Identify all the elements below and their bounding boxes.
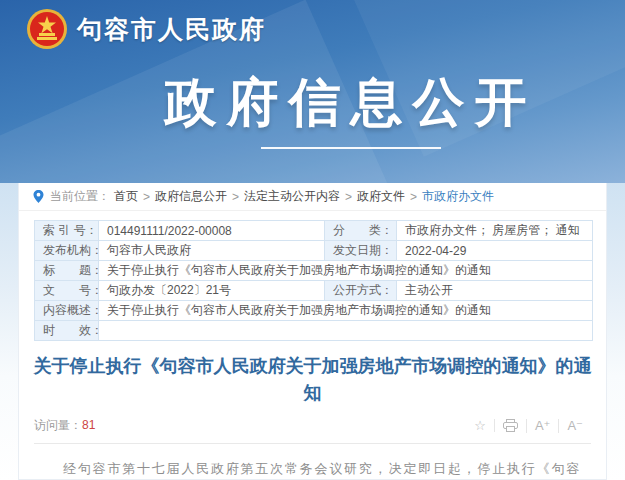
validity-value (99, 321, 593, 341)
visit-count: 81 (82, 418, 95, 432)
breadcrumb-item-home[interactable]: 首页 (114, 188, 138, 205)
breadcrumb-separator: > (143, 190, 150, 204)
banner-title-block: 政府信息公开 (38, 68, 625, 149)
article-meta-row: 访问量：81 ☆ A⁺ A⁻ (34, 417, 591, 434)
issue-date-label: 发文日期： (325, 241, 397, 261)
document-info-table: 索 引 号： 014491111/2022-00008 分 类： 市政府办文件；… (34, 220, 593, 341)
breadcrumb-separator: > (410, 190, 417, 204)
issuer-value: 句容市人民政府 (99, 241, 325, 261)
font-increase-button[interactable]: A⁺ (526, 419, 559, 433)
breadcrumb-label: 当前位置： (50, 188, 110, 205)
national-emblem-icon (26, 8, 68, 50)
content-panel: 当前位置： 首页 > 政府信息公开 > 法定主动公开内容 > 政府文件 > 市政… (18, 183, 607, 480)
summary-label: 内容概述： (35, 301, 99, 321)
banner-title: 政府信息公开 (38, 68, 625, 138)
category-value: 市政府办文件； 房屋房管； 通知 (397, 221, 593, 241)
location-pin-icon (33, 190, 44, 203)
table-row: 时 效： (35, 321, 593, 341)
doc-number-value: 句政办发〔2022〕21号 (99, 281, 325, 301)
banner-title-underline (261, 147, 441, 149)
banner: 句容市人民政府 政府信息公开 (0, 0, 625, 183)
issue-date-value: 2022-04-29 (397, 241, 593, 261)
openness-label: 公开方式： (325, 281, 397, 301)
table-row: 标 题： 关于停止执行《句容市人民政府关于加强房地产市场调控的通知》的通知 (35, 261, 593, 281)
title-label: 标 题： (35, 261, 99, 281)
table-row: 发布机构： 句容市人民政府 发文日期： 2022-04-29 (35, 241, 593, 261)
openness-value: 主动公开 (397, 281, 593, 301)
validity-label: 时 效： (35, 321, 99, 341)
page: 句容市人民政府 政府信息公开 当前位置： 首页 > 政府信息公开 > 法定主动公… (0, 0, 625, 480)
article-toolbar: ☆ A⁺ A⁻ (466, 419, 591, 433)
category-label: 分 类： (325, 221, 397, 241)
page-title: 关于停止执行《句容市人民政府关于加强房地产市场调控的通知》的通知 (33, 353, 592, 407)
divider (34, 443, 591, 444)
document-body-text: 经句容市第十七届人民政府第五次常务会议研究，决定即日起，停止执行《句容市人民政府… (37, 457, 588, 480)
visit-counter-label: 访问量： (34, 418, 82, 432)
table-row: 索 引 号： 014491111/2022-00008 分 类： 市政府办文件；… (35, 221, 593, 241)
index-number-value: 014491111/2022-00008 (99, 221, 325, 241)
breadcrumb-separator: > (232, 190, 239, 204)
visit-counter: 访问量：81 (34, 417, 95, 434)
title-value: 关于停止执行《句容市人民政府关于加强房地产市场调控的通知》的通知 (99, 261, 593, 281)
table-row: 文 号： 句政办发〔2022〕21号 公开方式： 主动公开 (35, 281, 593, 301)
print-icon[interactable] (494, 419, 526, 432)
index-number-label: 索 引 号： (35, 221, 99, 241)
breadcrumb-current-item[interactable]: 市政府办文件 (422, 188, 494, 205)
breadcrumb-separator: > (345, 190, 352, 204)
breadcrumb-item-statutory-content[interactable]: 法定主动公开内容 (244, 188, 340, 205)
summary-value: 关于停止执行《句容市人民政府关于加强房地产市场调控的通知》的通知 (99, 301, 593, 321)
breadcrumb-item-info-disclosure[interactable]: 政府信息公开 (155, 188, 227, 205)
site-header: 句容市人民政府 (26, 8, 266, 50)
font-decrease-button[interactable]: A⁻ (558, 419, 591, 433)
breadcrumb: 当前位置： 首页 > 政府信息公开 > 法定主动公开内容 > 政府文件 > 市政… (19, 183, 606, 211)
issuer-label: 发布机构： (35, 241, 99, 261)
doc-number-label: 文 号： (35, 281, 99, 301)
breadcrumb-item-gov-documents[interactable]: 政府文件 (357, 188, 405, 205)
site-name[interactable]: 句容市人民政府 (77, 13, 266, 46)
table-row: 内容概述： 关于停止执行《句容市人民政府关于加强房地产市场调控的通知》的通知 (35, 301, 593, 321)
favorite-star-icon[interactable]: ☆ (466, 419, 494, 433)
content-background: 当前位置： 首页 > 政府信息公开 > 法定主动公开内容 > 政府文件 > 市政… (0, 183, 625, 480)
